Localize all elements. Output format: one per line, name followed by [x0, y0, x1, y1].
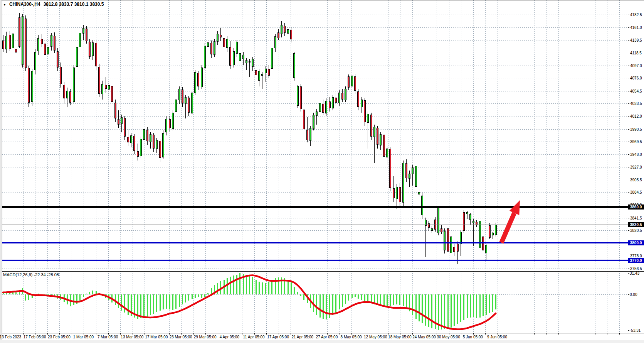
macd-histogram-bar [105, 294, 106, 298]
candle [265, 69, 267, 73]
price-tick-label: 4076.0 [630, 76, 642, 80]
macd-histogram-bar [60, 294, 61, 300]
price-tick-label: 3927.0 [630, 165, 642, 169]
price-tick-label: 3884.5 [630, 190, 642, 194]
gridline-vertical [425, 0, 425, 270]
macd-histogram-bar [422, 294, 423, 323]
gridline-vertical [522, 0, 522, 270]
candle [322, 104, 324, 113]
candle [249, 61, 251, 63]
price-axis-line[interactable] [628, 0, 628, 333]
candle [338, 93, 340, 103]
candle [133, 136, 135, 151]
support-line-lower[interactable] [2, 260, 628, 261]
gridline-vertical [84, 0, 84, 270]
price-tick-label: 4012.0 [630, 114, 642, 118]
macd-histogram-bar [188, 294, 189, 301]
candle [233, 51, 235, 65]
macd-histogram-bar [399, 294, 400, 305]
candle [44, 44, 46, 55]
gridline-vertical [59, 0, 60, 270]
macd-histogram-bar [160, 294, 161, 311]
candle [143, 129, 145, 139]
gridline-horizontal [2, 40, 628, 41]
price-tick-label: 4118.5 [630, 51, 642, 55]
macd-histogram-bar [156, 294, 157, 312]
gridline-horizontal [2, 192, 628, 193]
gridline-vertical [498, 0, 498, 270]
candle [377, 128, 378, 145]
candle [28, 68, 30, 103]
candle [229, 47, 231, 66]
gridline-vertical [364, 271, 364, 333]
candle [54, 36, 55, 51]
candle [303, 110, 305, 129]
macd-histogram-bar [467, 294, 468, 318]
macd-histogram-bar [220, 281, 221, 294]
candle [73, 68, 75, 102]
current-price-line[interactable] [2, 225, 628, 225]
candle [463, 212, 465, 231]
candle [226, 39, 228, 48]
time-axis-line[interactable] [2, 333, 644, 333]
macd-histogram-bar [483, 294, 484, 316]
gridline-vertical [96, 271, 96, 333]
gridline-horizontal [2, 142, 628, 142]
resistance-line[interactable] [2, 206, 628, 208]
candle [255, 70, 257, 75]
macd-tick-label: -53.31 [630, 328, 641, 333]
candle [325, 101, 327, 113]
candle [124, 118, 126, 137]
candle [60, 67, 62, 84]
symbol-dropdown-icon[interactable]: ▼ [3, 3, 6, 7]
macd-histogram-bar [326, 294, 327, 319]
gridline-vertical [595, 271, 595, 333]
candle [236, 42, 238, 54]
candle [169, 119, 171, 128]
candle [156, 140, 158, 149]
candle [105, 85, 107, 89]
candle [418, 192, 420, 194]
gridline-vertical [534, 0, 535, 270]
macd-histogram-bar [140, 294, 141, 318]
candle [319, 103, 321, 112]
gridline-vertical [35, 0, 35, 270]
macd-histogram-bar [211, 288, 212, 294]
macd-histogram-bar [271, 280, 272, 295]
gridline-horizontal [2, 15, 628, 15]
candle [284, 26, 286, 33]
macd-histogram-bar [275, 278, 276, 294]
gridline-horizontal [2, 230, 628, 231]
macd-histogram-bar [412, 294, 413, 315]
gridline-vertical [607, 271, 607, 333]
candle [281, 25, 282, 34]
gridline-vertical [437, 0, 437, 270]
gridline-horizontal [2, 205, 628, 205]
candle [345, 89, 346, 100]
gridline-vertical [157, 0, 157, 270]
gridline-vertical [193, 271, 194, 333]
gridline-vertical [266, 271, 267, 333]
macd-tick-label: 31.43 [630, 271, 639, 275]
candle [409, 174, 410, 179]
macd-histogram-bar [86, 294, 87, 294]
candle [316, 112, 318, 116]
candle [197, 73, 199, 87]
gridline-vertical [133, 0, 133, 270]
time-axis-label: 13 Mar 05:00 [121, 335, 143, 339]
candle [185, 97, 187, 104]
support-line-upper[interactable] [2, 242, 628, 243]
macd-histogram-bar [310, 294, 311, 308]
gridline-vertical [47, 271, 48, 333]
macd-histogram-bar [492, 294, 493, 312]
candle [386, 149, 388, 157]
gridline-vertical [11, 0, 11, 270]
panel-separator-top [2, 270, 644, 270]
time-axis-label: 17 Feb 05:00 [24, 335, 46, 339]
macd-histogram-bar [316, 294, 317, 315]
macd-histogram-bar [44, 294, 45, 296]
gridline-vertical [400, 0, 400, 270]
gridline-vertical [546, 0, 546, 270]
macd-histogram-bar [175, 294, 177, 309]
gridline-vertical [303, 0, 303, 270]
